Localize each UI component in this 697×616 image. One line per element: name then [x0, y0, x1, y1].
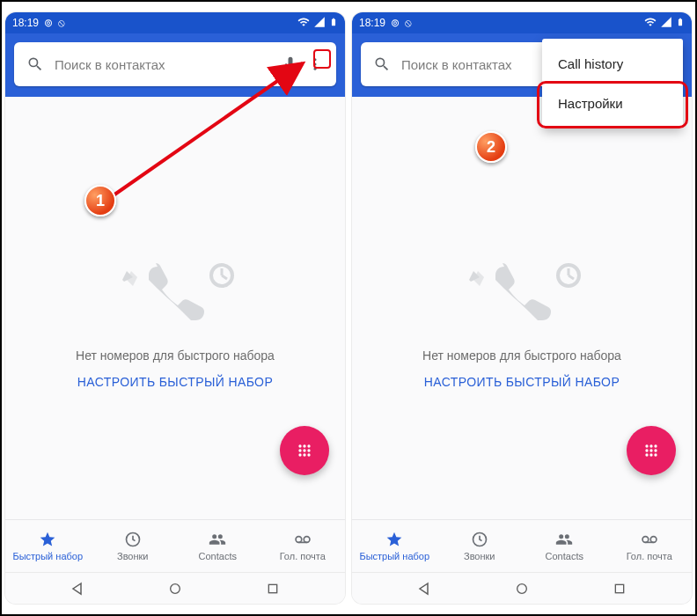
search-icon	[370, 55, 394, 73]
tab-label: Звонки	[117, 551, 149, 561]
status-icon-a: ⊚	[44, 17, 53, 29]
system-nav	[5, 572, 345, 604]
empty-message: Нет номеров для быстрого набора	[422, 348, 621, 363]
menu-call-history[interactable]: Call history	[542, 44, 683, 84]
tab-speed-dial[interactable]: Быстрый набор	[5, 520, 91, 572]
svg-point-9	[298, 449, 301, 451]
svg-point-29	[649, 449, 652, 451]
main-content: Нет номеров для быстрого набора НАСТРОИТ…	[5, 97, 345, 519]
battery-icon	[676, 16, 685, 31]
svg-point-14	[307, 453, 310, 456]
tab-label: Гол. почта	[280, 551, 326, 561]
svg-point-36	[650, 537, 657, 543]
more-icon[interactable]	[303, 56, 327, 72]
svg-point-1	[314, 63, 317, 66]
wifi-icon	[644, 16, 657, 31]
menu-settings[interactable]: Настройки	[542, 84, 683, 123]
tab-voicemail[interactable]: Гол. почта	[607, 520, 693, 572]
svg-rect-39	[615, 584, 623, 592]
empty-illustration	[456, 227, 588, 333]
svg-point-32	[649, 453, 652, 456]
wifi-icon	[297, 16, 310, 31]
setup-speed-dial-button[interactable]: НАСТРОИТЬ БЫСТРЫЙ НАБОР	[424, 375, 620, 389]
battery-icon	[329, 16, 338, 31]
tab-label: Быстрый набор	[12, 551, 83, 561]
status-icon-b: ⦸	[405, 17, 412, 29]
tab-label: Contacts	[199, 551, 237, 561]
main-content: Нет номеров для быстрого набора НАСТРОИТ…	[352, 97, 692, 519]
nav-recent[interactable]	[595, 582, 644, 596]
svg-point-25	[645, 444, 648, 447]
empty-message: Нет номеров для быстрого набора	[76, 348, 275, 363]
tab-speed-dial[interactable]: Быстрый набор	[352, 520, 437, 572]
svg-point-35	[642, 537, 649, 543]
overflow-menu: Call history Настройки	[542, 39, 683, 128]
svg-line-24	[569, 275, 574, 279]
tab-calls[interactable]: Звонки	[91, 520, 176, 572]
svg-point-8	[307, 444, 310, 447]
dialpad-fab[interactable]	[627, 426, 676, 475]
nav-home[interactable]	[497, 582, 547, 596]
nav-back[interactable]	[400, 581, 450, 597]
nav-back[interactable]	[54, 581, 103, 597]
search-bar[interactable]: Поиск в контактах	[14, 42, 336, 86]
svg-point-11	[307, 449, 310, 451]
tab-contacts[interactable]: Contacts	[522, 520, 607, 572]
app-header: Поиск в контактах	[5, 33, 345, 97]
tab-label: Быстрый набор	[359, 551, 429, 561]
bottom-tabs: Быстрый набор Звонки Contacts Гол. почта	[352, 519, 692, 572]
tab-label: Звонки	[464, 551, 495, 561]
status-time: 18:19	[12, 17, 39, 29]
phone-right: 18:19 ⊚ ⦸ Поиск в кон	[352, 12, 692, 604]
annotation-badge-2: 2	[475, 131, 507, 163]
tab-contacts[interactable]: Contacts	[175, 520, 260, 572]
svg-line-5	[222, 275, 227, 279]
nav-recent[interactable]	[248, 582, 297, 596]
svg-point-31	[645, 453, 648, 456]
mic-icon[interactable]	[278, 55, 303, 73]
svg-point-13	[303, 453, 305, 456]
svg-point-10	[303, 449, 305, 451]
signal-icon	[313, 16, 326, 31]
svg-point-38	[517, 583, 527, 593]
svg-point-6	[298, 444, 301, 447]
tab-voicemail[interactable]: Гол. почта	[260, 520, 346, 572]
svg-rect-20	[268, 584, 276, 592]
svg-point-2	[314, 68, 317, 70]
svg-point-33	[654, 453, 657, 456]
tab-calls[interactable]: Звонки	[437, 520, 523, 572]
nav-home[interactable]	[150, 582, 200, 596]
tab-label: Гол. почта	[627, 551, 672, 561]
setup-speed-dial-button[interactable]: НАСТРОИТЬ БЫСТРЫЙ НАБОР	[77, 375, 273, 389]
svg-point-16	[296, 537, 302, 543]
signal-icon	[660, 16, 672, 31]
svg-point-30	[654, 449, 657, 451]
svg-point-19	[171, 583, 180, 593]
annotation-badge-1: 1	[84, 185, 116, 216]
status-bar: 18:19 ⊚ ⦸	[5, 12, 345, 33]
bottom-tabs: Быстрый набор Звонки Contacts Гол. почта	[5, 519, 345, 572]
status-icon-b: ⦸	[58, 17, 65, 29]
phone-left: 18:19 ⊚ ⦸ Поиск в кон	[5, 12, 345, 604]
dialpad-fab[interactable]	[280, 426, 329, 475]
svg-point-12	[298, 453, 301, 456]
svg-point-27	[654, 444, 657, 447]
status-icon-a: ⊚	[391, 17, 400, 29]
empty-illustration	[109, 227, 241, 333]
status-time: 18:19	[359, 17, 385, 29]
tab-label: Contacts	[546, 551, 583, 561]
status-bar: 18:19 ⊚ ⦸	[352, 12, 692, 33]
search-placeholder: Поиск в контактах	[48, 57, 278, 72]
search-icon	[23, 55, 48, 73]
system-nav	[352, 572, 692, 604]
svg-point-28	[645, 449, 648, 451]
svg-point-17	[304, 537, 310, 543]
svg-point-26	[649, 444, 652, 447]
svg-point-0	[314, 58, 317, 61]
svg-point-7	[303, 444, 305, 447]
